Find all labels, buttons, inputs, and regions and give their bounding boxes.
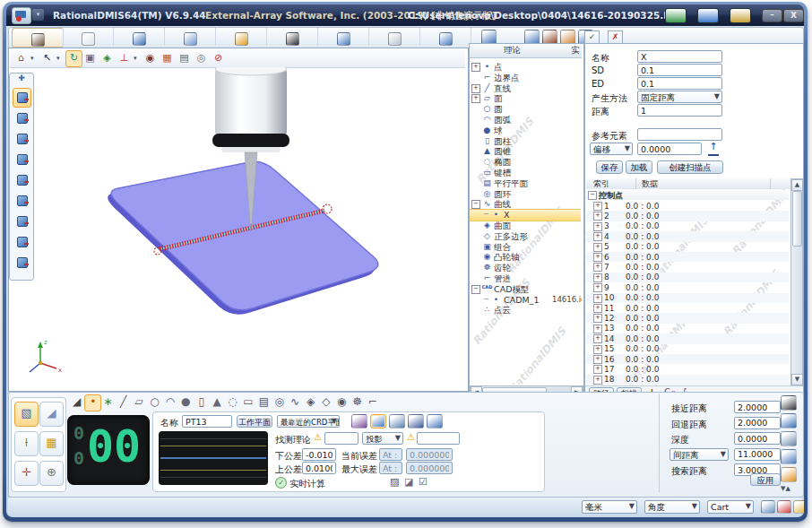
path-field-input-0[interactable] <box>734 401 781 413</box>
cone-feature-icon[interactable]: ▲ <box>210 394 225 410</box>
tree-item-管道[interactable]: ⌐管道 <box>470 273 581 284</box>
table-row[interactable]: +30.0 : 0.0 <box>586 221 789 231</box>
table-row[interactable]: +10.0 : 0.0 <box>586 201 789 211</box>
distance-input[interactable] <box>637 104 722 117</box>
tab-table-tab[interactable] <box>114 28 165 46</box>
strip-scroll-arrows[interactable]: ▼▲ <box>781 485 790 492</box>
table-row[interactable]: +60.0 : 0.0 <box>586 252 789 262</box>
tree-item-正多边形[interactable]: ◇正多边形 <box>470 231 581 242</box>
row-expander[interactable]: + <box>593 202 602 211</box>
fixture-button[interactable]: ▦ <box>39 431 64 456</box>
circle-feature-icon[interactable]: ○ <box>147 394 162 410</box>
tree-item-圆弧[interactable]: ◠圆弧 <box>470 115 581 126</box>
tree-item-椭圆[interactable]: ◌椭圆 <box>470 157 581 168</box>
view-cube-9[interactable] <box>13 253 31 273</box>
app-icon[interactable] <box>12 7 31 24</box>
find-theory-input[interactable] <box>324 432 358 445</box>
tab-document-tab[interactable] <box>63 28 114 46</box>
tab-clock-tab[interactable] <box>369 28 420 46</box>
brush-icon[interactable]: ◪ <box>404 476 413 488</box>
machine-cube-button[interactable]: ▧ <box>14 402 39 427</box>
offset-input[interactable] <box>637 143 702 155</box>
row-expander[interactable]: + <box>593 345 602 354</box>
apply-button[interactable]: 应用 <box>750 473 781 486</box>
record-status-icon[interactable] <box>777 500 791 514</box>
projection-input[interactable] <box>417 432 460 445</box>
tab-gem-tab[interactable] <box>216 28 267 46</box>
arc-mode-icon[interactable] <box>408 414 424 428</box>
eye-icon[interactable]: ◉ <box>143 50 158 65</box>
home-icon[interactable]: ⌂ <box>13 50 29 65</box>
arc-feature-icon[interactable]: ◠ <box>162 394 177 410</box>
plane-select[interactable]: 最靠近的CRD平面▼ <box>277 415 340 428</box>
probe-off-icon[interactable]: ⊘ <box>211 50 226 65</box>
gear-feature-icon[interactable]: ☸ <box>350 394 365 410</box>
tree-item-点[interactable]: +•点 <box>470 62 581 73</box>
table-mode-icon[interactable] <box>427 414 443 428</box>
tree-item-面[interactable]: +▱面 <box>470 93 581 104</box>
tab-program-tab[interactable] <box>165 28 216 46</box>
viewport-3d-scene[interactable]: z x <box>10 67 465 388</box>
tree-item-圆环[interactable]: ◎圆环 <box>470 189 581 200</box>
minimize-button[interactable]: – <box>762 9 782 22</box>
sphere-feature-icon[interactable]: ● <box>178 394 194 410</box>
pitch-select[interactable]: 间距离▼ <box>669 448 729 461</box>
path-field-input-1[interactable] <box>734 417 781 429</box>
tree-item-边界点[interactable]: ⌐边界点 <box>470 73 581 83</box>
tree-item-直线[interactable]: +╱直线 <box>470 83 581 94</box>
tree-item-CADM_1[interactable]: •─CADM_114616.iges <box>470 295 581 306</box>
snapshot-icon[interactable]: ▤ <box>177 50 192 65</box>
line-feature-icon[interactable]: ╱ <box>116 394 131 410</box>
upper-tol-input[interactable] <box>302 462 336 474</box>
rotate-icon[interactable]: ↻ <box>65 50 82 67</box>
feature-name-input[interactable] <box>182 415 232 428</box>
app-menu-dropdown[interactable]: ▾ <box>32 9 44 21</box>
machine-tools-button[interactable]: ⊕ <box>39 461 64 486</box>
workplane-button[interactable]: 工作平面 <box>237 415 272 428</box>
torus-feature-icon[interactable]: ◎ <box>272 394 287 410</box>
group-expander[interactable]: − <box>588 191 597 200</box>
checkbox-icon[interactable]: ☑ <box>419 476 428 488</box>
hand-probe-icon[interactable] <box>781 395 797 411</box>
axis-icon[interactable]: ⊥ <box>117 50 132 65</box>
pin-icon[interactable]: ✚ <box>10 74 33 86</box>
probe-mode-icon[interactable] <box>351 414 367 428</box>
units-select[interactable]: 毫米▼ <box>582 500 637 514</box>
record-icon[interactable]: ◎ <box>194 50 209 65</box>
table-row[interactable]: +90.0 : 0.0 <box>586 282 789 292</box>
row-expander[interactable]: + <box>593 314 602 323</box>
table-row[interactable]: +140.0 : 0.0 <box>586 333 789 343</box>
probe-pick-feature-icon[interactable]: ◢ <box>69 394 84 410</box>
row-expander[interactable]: + <box>593 243 602 252</box>
tree-header-nominal[interactable]: 理论 <box>504 45 521 56</box>
row-expander[interactable]: + <box>593 355 602 364</box>
tree-item-球[interactable]: ●球 <box>470 126 581 136</box>
tree-item-凸轮轴[interactable]: ◉凸轮轴 <box>470 252 581 263</box>
tree-expander[interactable]: − <box>471 200 480 209</box>
moving-point-feature-icon[interactable]: ∗ <box>100 394 116 410</box>
confirm-button[interactable]: ✓ <box>584 30 600 44</box>
path-field-input-2[interactable] <box>734 432 781 445</box>
view-cube-6[interactable] <box>13 191 31 211</box>
tab-measure-tab[interactable] <box>12 28 64 48</box>
view-cube-7[interactable] <box>13 212 31 231</box>
method-select[interactable]: 固定距离▼ <box>637 91 722 103</box>
settings-gear-icon[interactable] <box>781 467 797 482</box>
users-icon[interactable] <box>730 8 751 23</box>
table-row[interactable]: +120.0 : 0.0 <box>586 313 789 323</box>
coord-select[interactable]: Cart▼ <box>707 500 754 514</box>
table-row[interactable]: +100.0 : 0.0 <box>586 293 789 303</box>
tree-item-X[interactable]: •─X <box>470 210 581 221</box>
tree-item-键槽[interactable]: ▭键槽 <box>470 168 581 178</box>
probe-search-icon[interactable] <box>781 431 797 446</box>
curve-feature-icon[interactable]: ∿ <box>288 394 303 410</box>
cylinder-feature-icon[interactable]: ▯ <box>194 394 209 410</box>
row-expander[interactable]: + <box>593 325 602 333</box>
probe-tool-button[interactable]: ⟊ <box>14 431 39 456</box>
ref-element-input[interactable] <box>637 128 722 141</box>
row-expander[interactable]: + <box>593 263 602 272</box>
axis-dropdown[interactable]: ▾ <box>134 55 137 62</box>
lower-tol-input[interactable] <box>302 448 336 461</box>
table-row[interactable]: +180.0 : 0.0 <box>586 375 789 385</box>
point-feature-icon[interactable]: • <box>84 394 101 411</box>
